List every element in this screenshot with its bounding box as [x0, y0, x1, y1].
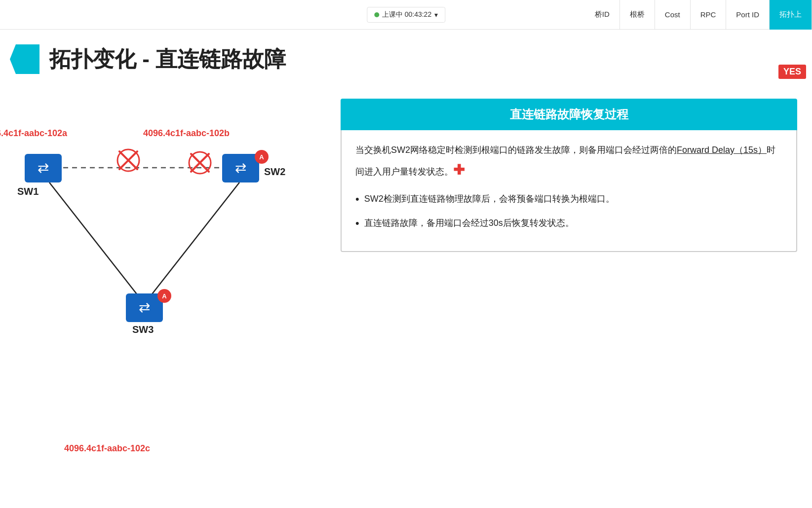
content-panel: 直连链路故障恢复过程 当交换机SW2网络稳定时检测到根端口的链路发生故障，则备用…: [326, 89, 812, 508]
topology-svg: ⇄ ⇄ A ⇄ A: [10, 118, 316, 365]
bridge-id-sw3: 4096.4c1f-aabc-102c: [64, 443, 150, 454]
page-header: 拓扑变化 - 直连链路故障: [0, 30, 812, 89]
bullet-item-2: • 直连链路故障，备用端口会经过30s后恢复转发状态。: [355, 215, 782, 231]
panel-header: 直连链路故障恢复过程: [341, 99, 797, 130]
tab-bridge-id[interactable]: 桥ID: [585, 0, 620, 30]
title-icon: [10, 44, 39, 74]
red-plus-icon: ✚: [453, 162, 464, 178]
panel-body: 当交换机SW2网络稳定时检测到根端口的链路发生故障，则备用端口会经过两倍的For…: [341, 130, 797, 252]
yes-badge: YES: [773, 30, 812, 79]
nav-tabs: 桥ID 根桥 Cost RPC Port ID 拓扑上: [585, 0, 812, 29]
diagram-area: 6.4c1f-aabc-102a 4096.4c1f-aabc-102b 409…: [0, 89, 326, 508]
bullet-text-1: SW2检测到直连链路物理故障后，会将预备端口转换为根端口。: [364, 191, 615, 207]
forward-delay-text: Forward Delay（15s）: [677, 145, 767, 155]
top-bar: 上课中 00:43:22 ▾ 桥ID 根桥 Cost RPC Port ID 拓…: [0, 0, 812, 30]
svg-line-2: [151, 182, 239, 296]
paragraph1: 当交换机SW2网络稳定时检测到根端口的链路发生故障，则备用端口会经过两倍的For…: [355, 142, 782, 183]
tab-port-id[interactable]: Port ID: [726, 0, 770, 30]
bullet-item-1: • SW2检测到直连链路物理故障后，会将预备端口转换为根端口。: [355, 191, 782, 207]
online-dot: [374, 12, 379, 17]
svg-text:A: A: [162, 292, 167, 300]
dropdown-icon[interactable]: ▾: [434, 11, 438, 19]
tab-root-bridge[interactable]: 根桥: [620, 0, 655, 30]
svg-text:⇄: ⇄: [38, 160, 49, 176]
svg-text:SW2: SW2: [264, 166, 285, 177]
main-content: 6.4c1f-aabc-102a 4096.4c1f-aabc-102b 409…: [0, 89, 812, 508]
class-status-indicator[interactable]: 上课中 00:43:22 ▾: [367, 7, 445, 23]
tab-rpc[interactable]: RPC: [691, 0, 727, 30]
class-status-text: 上课中 00:43:22: [382, 10, 431, 19]
tab-topology[interactable]: 拓扑上: [770, 0, 812, 30]
bullet-dot-1: •: [355, 191, 359, 207]
svg-text:SW1: SW1: [17, 186, 39, 197]
bullet-text-2: 直连链路故障，备用端口会经过30s后恢复转发状态。: [364, 215, 574, 231]
yes-badge-text: YES: [778, 65, 806, 79]
svg-line-1: [49, 182, 138, 296]
bullet-dot-2: •: [355, 215, 359, 231]
tab-cost[interactable]: Cost: [655, 0, 691, 30]
svg-text:SW3: SW3: [132, 324, 154, 335]
page-title: 拓扑变化 - 直连链路故障: [49, 45, 286, 74]
svg-text:⇄: ⇄: [139, 300, 150, 315]
svg-text:⇄: ⇄: [235, 160, 246, 176]
svg-text:A: A: [259, 153, 264, 161]
